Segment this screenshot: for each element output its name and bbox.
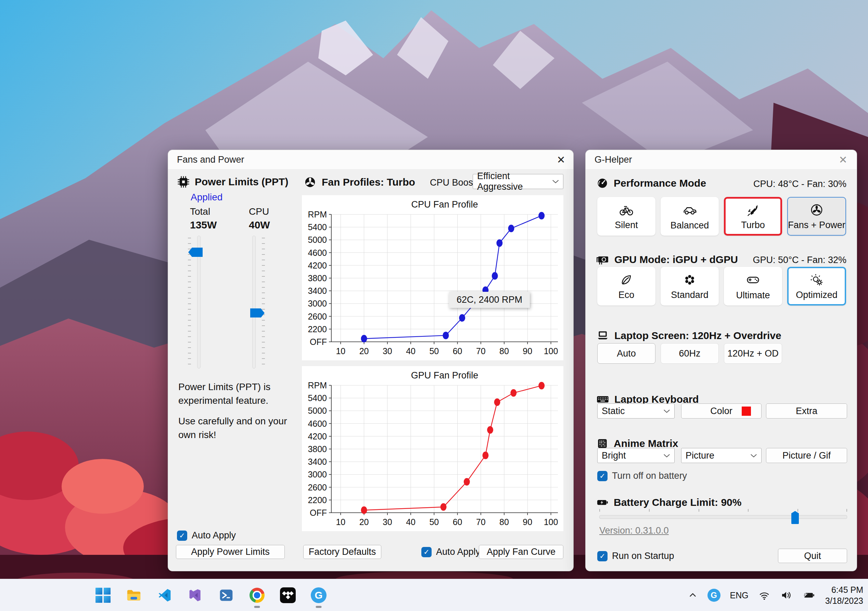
battery-limit-slider[interactable]	[599, 508, 847, 525]
fan-auto-apply-checkbox[interactable]: ✓	[422, 547, 432, 557]
svg-text:80: 80	[499, 517, 509, 527]
fans-window-close-icon[interactable]: ✕	[553, 153, 569, 167]
svg-text:2600: 2600	[308, 483, 327, 492]
quit-button[interactable]: Quit	[778, 549, 847, 563]
clock[interactable]: 6:45 PM 3/18/2023	[825, 584, 863, 606]
fans-power-button[interactable]: Fans + Power	[787, 197, 846, 236]
turbo-mode-button[interactable]: Turbo	[724, 197, 782, 236]
version-link[interactable]: Version: 0.31.0.0	[599, 525, 669, 536]
tidal-button[interactable]	[280, 588, 296, 603]
chrome-button[interactable]	[249, 588, 265, 603]
svg-text:3000: 3000	[308, 470, 327, 479]
standard-gpu-button[interactable]: Standard	[660, 267, 719, 306]
ghelper-tray-icon[interactable]: G	[707, 589, 721, 602]
wifi-icon[interactable]	[758, 589, 770, 602]
svg-text:OFF: OFF	[310, 337, 327, 347]
run-on-startup-row[interactable]: ✓ Run on Startup	[597, 551, 674, 561]
ghelper-icon: G	[311, 588, 327, 603]
svg-text:100: 100	[544, 346, 558, 356]
apply-power-limits-button[interactable]: Apply Power Limits	[176, 545, 285, 559]
svg-text:RPM: RPM	[308, 381, 327, 390]
eco-gpu-button[interactable]: Eco	[597, 267, 656, 306]
optimized-gpu-button[interactable]: Optimized	[787, 267, 846, 306]
gpu-heading-row: GPU Mode: iGPU + dGPU	[596, 253, 738, 266]
battery-slider-thumb[interactable]	[791, 511, 799, 524]
file-explorer-button[interactable]	[126, 588, 142, 603]
screen-heading-row: Laptop Screen: 120Hz + Overdrive	[596, 329, 781, 342]
screen-heading: Laptop Screen: 120Hz + Overdrive	[614, 330, 781, 342]
power-auto-apply-label: Auto Apply	[192, 530, 236, 541]
gpu-heading: GPU Mode: iGPU + dGPU	[614, 254, 738, 266]
silent-mode-button[interactable]: Silent	[597, 197, 656, 236]
car-icon	[682, 202, 698, 218]
smart-bulb-gear-icon	[809, 272, 824, 288]
run-on-startup-checkbox[interactable]: ✓	[597, 551, 608, 561]
total-power-slider[interactable]	[188, 236, 210, 368]
matrix-mode-dropdown[interactable]: Picture	[681, 448, 761, 463]
gpu-fan-chart[interactable]: 102030405060708090100OFF2200260030003400…	[302, 366, 563, 531]
svg-text:2600: 2600	[308, 312, 327, 321]
fan-auto-apply-row[interactable]: ✓ Auto Apply	[422, 547, 480, 557]
ultimate-gpu-button[interactable]: Ultimate	[724, 267, 782, 306]
matrix-mode-value: Picture	[685, 450, 714, 461]
chevron-down-icon	[663, 454, 670, 458]
clock-time: 6:45 PM	[825, 584, 863, 595]
apply-fan-curve-button[interactable]: Apply Fan Curve	[479, 545, 563, 559]
visual-studio-button[interactable]	[188, 588, 203, 603]
start-button[interactable]	[95, 588, 111, 603]
keyboard-extra-button[interactable]: Extra	[766, 403, 847, 418]
flower-icon	[682, 272, 697, 288]
cpu-slider-track[interactable]	[252, 236, 256, 368]
battery-tray-icon[interactable]	[802, 589, 815, 602]
fans-power-window: Fans and Power ✕ Power Limits (PPT) Appl…	[168, 150, 574, 571]
powershell-button[interactable]	[219, 588, 234, 603]
chevron-down-icon	[552, 179, 559, 184]
matrix-battery-checkbox-row[interactable]: ✓ Turn off on battery	[597, 471, 687, 481]
ghelper-taskbar-button[interactable]: G	[311, 588, 327, 603]
battery-icon	[596, 496, 609, 509]
tray-chevron-up-icon[interactable]	[688, 590, 698, 600]
ghelper-window: G-Helper ✕ Performance Mode CPU: 48°C - …	[585, 150, 857, 571]
svg-text:90: 90	[522, 346, 532, 356]
vscode-icon	[157, 588, 172, 603]
volume-icon[interactable]	[780, 589, 792, 602]
power-auto-apply-checkbox[interactable]: ✓	[177, 530, 187, 541]
visual-studio-icon	[188, 588, 203, 603]
screen-60hz-button[interactable]: 60Hz	[660, 343, 719, 364]
fans-window-titlebar[interactable]: Fans and Power ✕	[168, 150, 573, 169]
matrix-heading: Anime Matrix	[614, 438, 678, 449]
power-auto-apply-row[interactable]: ✓ Auto Apply	[177, 530, 236, 541]
keyboard-color-button[interactable]: Color	[681, 403, 761, 418]
cpu-value: 40W	[249, 219, 270, 231]
balanced-mode-button[interactable]: Balanced	[660, 197, 719, 236]
screen-120hz-od-button[interactable]: 120Hz + OD	[724, 343, 782, 364]
gamepad-icon	[745, 272, 761, 288]
svg-text:3400: 3400	[308, 286, 327, 295]
experimental-note: Power Limits (PPT) is experimental featu…	[178, 380, 291, 407]
total-value: 135W	[190, 219, 217, 231]
turn-off-on-battery-checkbox[interactable]: ✓	[597, 471, 608, 481]
vscode-button[interactable]	[157, 588, 172, 603]
language-indicator[interactable]: ENG	[730, 591, 749, 600]
cpu-power-slider[interactable]	[243, 236, 265, 368]
keyboard-mode-dropdown[interactable]: Static	[597, 403, 674, 418]
cpu-fan-chart[interactable]: 102030405060708090100OFF2200260030003400…	[302, 195, 563, 360]
total-power-group: Total 135W	[190, 206, 217, 231]
svg-text:5000: 5000	[308, 406, 327, 415]
factory-defaults-button[interactable]: Factory Defaults	[303, 545, 381, 559]
battery-slider-track[interactable]	[599, 515, 847, 519]
performance-heading: Performance Mode	[614, 177, 706, 189]
svg-text:60: 60	[453, 346, 462, 356]
screen-auto-button[interactable]: Auto	[597, 343, 656, 364]
fan-profiles-heading-row: Fan Profiles: Turbo	[303, 175, 415, 189]
cpu-power-group: CPU 40W	[249, 206, 270, 231]
svg-text:30: 30	[383, 346, 392, 356]
matrix-picture-gif-button[interactable]: Picture / Gif	[766, 448, 847, 463]
svg-text:2200: 2200	[308, 495, 327, 505]
cpu-boost-dropdown[interactable]: Efficient Aggressive	[473, 174, 563, 189]
matrix-brightness-dropdown[interactable]: Bright	[597, 448, 674, 463]
clock-date: 3/18/2023	[825, 595, 863, 606]
ghelper-close-icon[interactable]: ✕	[835, 153, 851, 167]
fan-profiles-heading: Fan Profiles: Turbo	[322, 176, 415, 188]
ghelper-titlebar[interactable]: G-Helper ✕	[586, 150, 857, 169]
